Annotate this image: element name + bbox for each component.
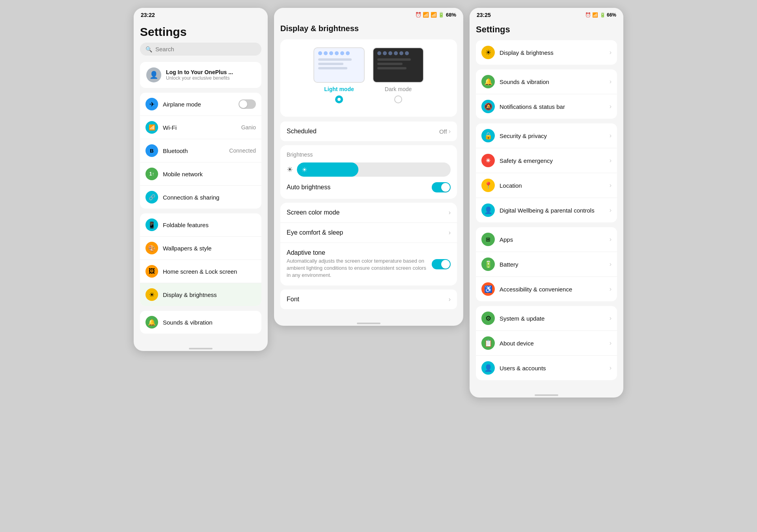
right-sound-group: 🔔 Sounds & vibration › 🔕 Notifications &… (476, 69, 617, 119)
sidebar-item-mobile[interactable]: 1↑ Mobile network (140, 162, 261, 186)
light-mode-option[interactable]: Light mode (313, 47, 365, 103)
right-item-users[interactable]: 👤 Users & accounts › (476, 356, 617, 380)
eye-comfort-chevron: › (449, 229, 451, 236)
preview-dot (318, 51, 322, 55)
right-apps-group: ⊞ Apps › 🔋 Battery › ♿ Accessibility & c… (476, 227, 617, 301)
right-system-label: System & update (500, 315, 605, 322)
wallpaper-icon: 🎨 (145, 242, 158, 254)
right-item-display[interactable]: ☀ Display & brightness › (476, 40, 617, 65)
preview-line (377, 67, 406, 69)
right-item-sounds[interactable]: 🔔 Sounds & vibration › (476, 69, 617, 94)
login-subtitle: Unlock your exclusive benefits (166, 75, 233, 81)
search-icon: 🔍 (145, 46, 152, 52)
right-item-accessibility[interactable]: ♿ Accessibility & convenience › (476, 277, 617, 301)
bluetooth-value: Connected (229, 147, 256, 154)
font-label: Font (287, 296, 299, 303)
preview-dot (399, 51, 403, 55)
brightness-fill-icon: ☀ (302, 166, 307, 174)
right-item-location[interactable]: 📍 Location › (476, 173, 617, 198)
adaptive-tone-sub: Automatically adjusts the screen color t… (287, 258, 428, 279)
homescreen-label: Home screen & Lock screen (163, 268, 256, 275)
brightness-label: Brightness (287, 151, 451, 158)
adaptive-tone-item[interactable]: Adaptive tone Automatically adjusts the … (280, 243, 457, 286)
wifi-value: Ganio (241, 124, 256, 131)
mode-selector-card: Light mode (280, 39, 457, 117)
auto-brightness-label: Auto brightness (287, 184, 330, 191)
scheduled-chevron: › (449, 128, 451, 135)
right-item-notifications[interactable]: 🔕 Notifications & status bar › (476, 94, 617, 119)
brightness-track[interactable]: ☀ (297, 162, 451, 177)
right-security-label: Security & privacy (500, 133, 605, 139)
search-bar[interactable]: 🔍 (140, 43, 261, 56)
scheduled-label: Scheduled (287, 128, 317, 135)
font-row[interactable]: Font › (280, 289, 457, 309)
connection-label: Connection & sharing (163, 194, 256, 201)
right-item-about[interactable]: 📋 About device › (476, 331, 617, 356)
preview-dot (377, 51, 381, 55)
right-security-group: 🔒 Security & privacy › ✳ Safety & emerge… (476, 123, 617, 222)
right-safety-chevron: › (610, 157, 612, 164)
right-accessibility-chevron: › (610, 286, 612, 293)
sidebar-item-sounds[interactable]: 🔔 Sounds & vibration (140, 311, 261, 334)
light-mode-radio[interactable] (335, 95, 343, 103)
mobile-icon: 1↑ (145, 168, 158, 180)
airplane-label: Airplane mode (163, 101, 234, 108)
display-list-card: Screen color mode › Eye comfort & sleep … (280, 203, 457, 286)
dark-mode-radio[interactable] (394, 95, 402, 103)
scheduled-row[interactable]: Scheduled Off › (280, 121, 457, 141)
adaptive-tone-title: Adaptive tone (287, 249, 428, 256)
right-apps-label: Apps (500, 236, 605, 243)
right-display-group: ☀ Display & brightness › (476, 40, 617, 65)
right-display-icon: ☀ (481, 46, 495, 59)
sidebar-item-wifi[interactable]: 📶 Wi-Fi Ganio (140, 116, 261, 139)
sidebar-item-foldable[interactable]: 📱 Foldable features (140, 213, 261, 237)
adaptive-tone-toggle[interactable] (432, 259, 451, 269)
wifi-label: Wi-Fi (163, 124, 237, 131)
right-battery-chevron: › (610, 261, 612, 268)
right-accessibility-icon: ♿ (481, 282, 495, 296)
auto-brightness-toggle[interactable] (432, 182, 451, 192)
screen-color-item[interactable]: Screen color mode › (280, 203, 457, 223)
screen-color-title: Screen color mode (287, 209, 449, 216)
preview-dot (405, 51, 409, 55)
right-panel: 23:25 ⏰ 📶 🔋 66% Settings ☀ Display & bri… (470, 8, 623, 398)
wallpaper-label: Wallpapers & style (163, 245, 256, 252)
right-security-icon: 🔒 (481, 129, 495, 142)
right-about-label: About device (500, 340, 605, 347)
right-apps-chevron: › (610, 236, 612, 243)
right-item-digital[interactable]: 👤 Digital Wellbeing & parental controls … (476, 198, 617, 222)
airplane-icon: ✈ (145, 98, 158, 110)
preview-dot (335, 51, 339, 55)
right-item-safety[interactable]: ✳ Safety & emergency › (476, 148, 617, 173)
sidebar-item-bluetooth[interactable]: B Bluetooth Connected (140, 139, 261, 162)
airplane-toggle[interactable] (239, 99, 256, 109)
preview-line (318, 67, 347, 69)
scroll-bar (189, 348, 213, 349)
dark-mode-option[interactable]: Dark mode (373, 47, 424, 103)
right-system-group: ⚙ System & update › 📋 About device › 👤 U… (476, 306, 617, 380)
right-system-icon: ⚙ (481, 312, 495, 325)
bluetooth-label: Bluetooth (163, 147, 224, 154)
preview-dot (340, 51, 344, 55)
right-title: Settings (476, 24, 617, 35)
sidebar-item-connection[interactable]: 🔗 Connection & sharing (140, 186, 261, 209)
sidebar-item-homescreen[interactable]: 🖼 Home screen & Lock screen (140, 260, 261, 283)
login-card[interactable]: 👤 Log In to Your OnePlus ... Unlock your… (140, 62, 261, 88)
sidebar-item-wallpaper[interactable]: 🎨 Wallpapers & style (140, 237, 261, 260)
sidebar-item-display[interactable]: ☀ Display & brightness (140, 283, 261, 306)
right-battery-icon: 🔋 (481, 258, 495, 271)
left-time: 23:22 (141, 12, 155, 18)
right-system-chevron: › (610, 315, 612, 322)
right-sounds-label: Sounds & vibration (500, 78, 605, 85)
right-location-icon: 📍 (481, 179, 495, 192)
sidebar-item-airplane[interactable]: ✈ Airplane mode (140, 93, 261, 116)
preview-line (318, 58, 352, 61)
right-status-bar: 23:25 ⏰ 📶 🔋 66% (470, 8, 623, 21)
eye-comfort-item[interactable]: Eye comfort & sleep › (280, 223, 457, 243)
right-item-apps[interactable]: ⊞ Apps › (476, 227, 617, 252)
right-item-security[interactable]: 🔒 Security & privacy › (476, 123, 617, 148)
right-item-battery[interactable]: 🔋 Battery › (476, 252, 617, 277)
dark-mode-label: Dark mode (385, 86, 412, 92)
right-item-system[interactable]: ⚙ System & update › (476, 306, 617, 331)
search-input[interactable] (155, 46, 256, 52)
